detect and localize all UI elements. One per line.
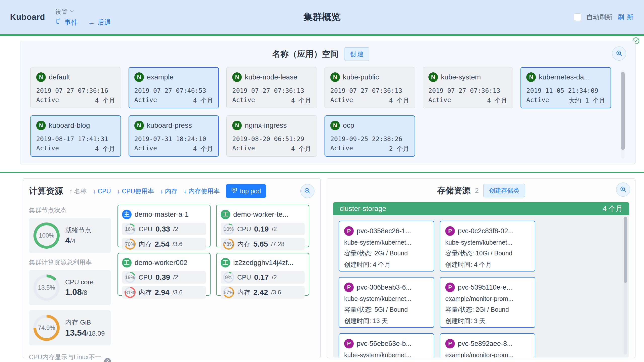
pvc-capacity-label: 容量/状态: bbox=[344, 306, 373, 313]
events-label: 事件 bbox=[64, 18, 78, 27]
pvc-created-value: 13 天 bbox=[373, 317, 388, 324]
node-card[interactable]: 工 demo-worker002 19% CPU 0.39 /2 bbox=[117, 253, 211, 296]
namespace-badge-icon: N bbox=[330, 72, 340, 82]
sort-link[interactable]: ↓ 内存使用率 bbox=[183, 187, 220, 195]
namespace-card[interactable]: N ocp 2019-09-25 22:38:26 Active 2 个月 bbox=[325, 115, 415, 157]
storageclass-bar[interactable]: cluster-storage 4 个月 bbox=[333, 202, 629, 215]
pvc-badge-icon: P bbox=[344, 226, 354, 236]
kuboard-app: Kuboard 设置 事件 ← 后退 集 bbox=[0, 0, 644, 362]
pvc-name: pvc-5e892aee-8... bbox=[458, 340, 513, 348]
namespace-card[interactable]: N example 2019-07-27 07:46:53 Active 4 个… bbox=[129, 67, 219, 108]
node-card[interactable]: 主 demo-master-a-1 16% CPU 0.33 /2 bbox=[117, 205, 211, 247]
node-cpu-label: CPU bbox=[139, 225, 152, 233]
namespace-status: Active bbox=[134, 145, 157, 153]
storage-scrollbar-thumb[interactable] bbox=[624, 217, 627, 283]
memory-total: /18.09 bbox=[87, 330, 105, 337]
namespace-created: 2019-07-27 07:36:13 bbox=[232, 87, 311, 94]
auto-refresh-checkbox[interactable] bbox=[574, 13, 581, 21]
node-cpu-total: /2 bbox=[272, 225, 277, 233]
back-link[interactable]: ← 后退 bbox=[88, 18, 111, 27]
storageclass-age: 4 个月 bbox=[603, 204, 623, 213]
namespace-badge-icon: N bbox=[36, 72, 46, 82]
sort-arrow-icon: ↓ bbox=[117, 188, 120, 195]
sort-arrow-icon: ↓ bbox=[183, 188, 187, 195]
namespace-status: Active bbox=[428, 96, 451, 105]
namespace-card[interactable]: N kube-system 2019-07-27 07:36:13 Active… bbox=[423, 67, 513, 108]
node-name: iz2zedgghv14j4zf... bbox=[233, 259, 294, 267]
storage-header: 存储资源 2 创建存储类 bbox=[333, 184, 629, 198]
header-controls: 自动刷新 刷 新 bbox=[574, 13, 634, 22]
bottom-row: 计算资源 ↑ 名称↓ CPU↓ CPU使用率↓ 内存↓ 内存使用率 top po… bbox=[23, 178, 635, 358]
section-divider bbox=[0, 172, 644, 173]
settings-dropdown[interactable]: 设置 bbox=[55, 8, 111, 16]
namespaces-zoom-button[interactable] bbox=[612, 47, 626, 61]
cpu-utilization-card: 13.5% CPU core 1.08/8 bbox=[29, 270, 111, 305]
namespace-badge-icon: N bbox=[330, 121, 340, 130]
namespace-card[interactable]: N kube-node-lease 2019-07-27 07:36:13 Ac… bbox=[226, 67, 317, 108]
namespace-badge-icon: N bbox=[526, 72, 536, 82]
node-cpu-donut: 19% bbox=[125, 272, 136, 283]
help-note-link[interactable]: CPU内存显示与Linux不一致 ? bbox=[29, 353, 111, 362]
pvc-claim: kube-system/kubernet... bbox=[344, 239, 429, 246]
pvc-card[interactable]: P pvc-0358ec26-1... kube-system/kubernet… bbox=[339, 221, 434, 272]
namespace-name: nginx-ingress bbox=[245, 121, 287, 129]
node-card[interactable]: 工 demo-worker-te... 10% CPU 0.19 /2 bbox=[216, 205, 309, 247]
sort-link[interactable]: ↓ 内存 bbox=[160, 187, 177, 195]
pvc-card[interactable]: P pvc-5e892aee-8... example/monitor-prom… bbox=[440, 333, 535, 357]
node-memory-donut: 70% bbox=[125, 239, 136, 250]
create-storageclass-button[interactable]: 创建存储类 bbox=[483, 184, 525, 197]
sort-link[interactable]: ↓ CPU bbox=[93, 188, 111, 195]
pvc-badge-icon: P bbox=[445, 226, 455, 236]
namespace-badge-icon: N bbox=[134, 121, 144, 130]
compute-zoom-button[interactable] bbox=[300, 184, 314, 198]
node-cpu-label: CPU bbox=[139, 274, 152, 281]
cpu-donut: 13.5% bbox=[33, 275, 60, 301]
namespace-card[interactable]: N kuboard-press 2019-07-31 18:24:10 Acti… bbox=[129, 115, 219, 157]
pvc-name: pvc-306beab3-6... bbox=[357, 284, 412, 291]
pvc-claim: kube-system/kubernet... bbox=[445, 239, 530, 246]
namespace-age: 4 个月 bbox=[95, 96, 115, 105]
node-cpu-donut: 10% bbox=[223, 223, 234, 235]
pvc-created-value: 4 个月 bbox=[474, 261, 492, 268]
top-pod-button[interactable]: top pod bbox=[226, 184, 266, 198]
node-role-icon: 工 bbox=[122, 258, 132, 267]
namespace-card[interactable]: N kubernetes-da... 2019-11-05 21:34:09 A… bbox=[520, 67, 611, 108]
sort-label: CPU bbox=[98, 188, 111, 195]
sort-label: 内存使用率 bbox=[188, 188, 220, 195]
chevron-down-icon bbox=[69, 8, 75, 15]
namespace-created: 2019-07-27 07:36:16 bbox=[36, 87, 115, 94]
cpu-total: /8 bbox=[82, 289, 87, 296]
namespace-card[interactable]: N kube-public 2019-07-27 07:36:13 Active… bbox=[325, 67, 415, 108]
namespace-card[interactable]: N kuboard-blog 2019-08-17 17:41:31 Activ… bbox=[30, 115, 121, 157]
namespace-card[interactable]: N nginx-ingress 2019-08-20 06:51:29 Acti… bbox=[226, 115, 317, 157]
pvc-claim: kube-system/kubernet... bbox=[344, 351, 429, 357]
pvc-capacity-value: 2Gi / Bound bbox=[375, 250, 408, 257]
namespace-card[interactable]: N default 2019-07-27 07:36:16 Active 4 个… bbox=[30, 67, 121, 108]
pvc-card[interactable]: P pvc-306beab3-6... kube-system/kubernet… bbox=[339, 277, 434, 328]
storage-zoom-button[interactable] bbox=[616, 183, 630, 197]
cluster-summary-column: 集群节点状态 100% 就绪节点 4/4 集群计算资源总利用率 bbox=[29, 205, 111, 362]
memory-percent: 74.9% bbox=[33, 315, 60, 341]
pvc-card[interactable]: P pvc-5395110e-e... example/monitor-prom… bbox=[440, 277, 535, 328]
sort-link[interactable]: ↓ CPU使用率 bbox=[117, 187, 154, 195]
events-link[interactable]: 事件 bbox=[55, 18, 78, 27]
create-namespace-button[interactable]: 创 建 bbox=[344, 47, 370, 61]
sort-link[interactable]: ↑ 名称 bbox=[69, 187, 87, 195]
memory-donut: 74.9% bbox=[33, 315, 60, 341]
namespace-name: ocp bbox=[343, 121, 354, 129]
node-card[interactable]: 工 iz2zedgghv14j4zf... 9% CPU 0.17 / bbox=[216, 253, 309, 296]
ready-nodes-value: 4 bbox=[65, 236, 70, 245]
node-memory-total: /3.6 bbox=[172, 289, 182, 296]
namespace-created: 2019-11-05 21:34:09 bbox=[526, 87, 605, 94]
node-cpu-total: /2 bbox=[272, 274, 277, 281]
refresh-button[interactable]: 刷 新 bbox=[618, 13, 634, 22]
namespaces-title: 名称（应用）空间 bbox=[272, 49, 339, 60]
node-status-percent: 100% bbox=[33, 222, 60, 249]
namespace-created: 2019-07-27 07:46:53 bbox=[134, 87, 213, 94]
pvc-card[interactable]: P pvc-0c2c83f8-02... kube-system/kuberne… bbox=[440, 221, 535, 272]
node-memory-label: 内存 bbox=[139, 240, 152, 249]
namespaces-scrollbar-thumb[interactable] bbox=[621, 72, 625, 150]
storage-title: 存储资源 bbox=[437, 185, 470, 196]
namespace-badge-icon: N bbox=[134, 72, 144, 82]
pvc-card[interactable]: P pvc-56ebe63e-b... kube-system/kubernet… bbox=[339, 333, 434, 357]
